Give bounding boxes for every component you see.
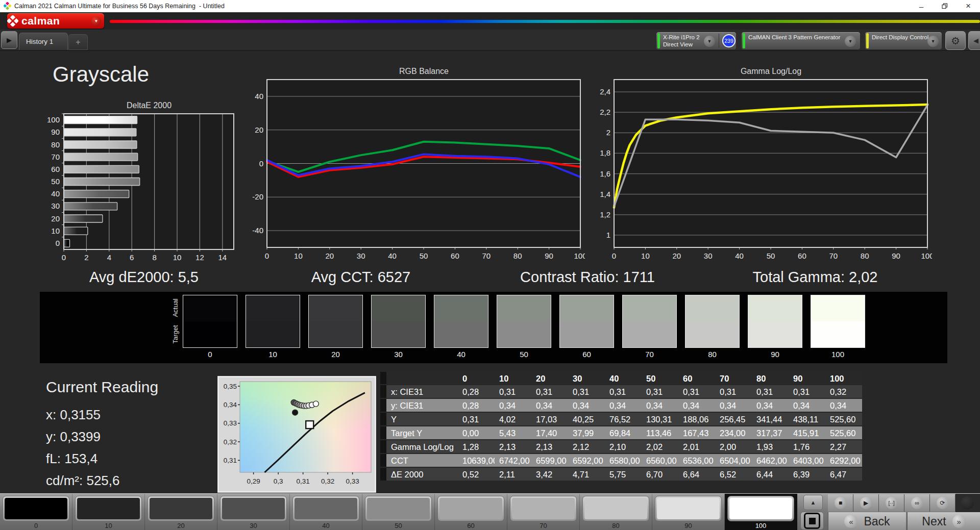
next-button[interactable]: Next » xyxy=(907,512,980,530)
svg-text:1,6: 1,6 xyxy=(600,169,610,178)
pattern-window-button[interactable] xyxy=(800,512,824,530)
contrast-ratio-stat: Contrast Ratio: 1711 xyxy=(520,269,655,286)
deltae-bar-30 xyxy=(64,203,117,210)
chevron-down-icon[interactable]: ▼ xyxy=(704,36,715,47)
grayscale-swatch-40 xyxy=(434,295,488,348)
svg-text:60: 60 xyxy=(451,251,459,260)
pattern-swatch xyxy=(512,498,575,519)
pattern-button-50[interactable]: 50 xyxy=(362,494,435,530)
table-row-label: Y xyxy=(386,413,458,426)
total-gamma-stat: Total Gamma: 2,02 xyxy=(753,269,878,286)
pattern-generator-dropdown[interactable]: CalMAN Client 3 Pattern Generator ▼ xyxy=(741,32,861,50)
calman-menu-button[interactable]: calman ▼ xyxy=(7,13,104,29)
display-control-dropdown[interactable]: Direct Display Control ▼ xyxy=(865,32,942,50)
grayscale-swatch-90 xyxy=(748,295,802,348)
pattern-button-90[interactable]: 90 xyxy=(652,494,725,530)
table-cell: 525,60 xyxy=(825,426,862,440)
close-button[interactable]: × xyxy=(957,0,980,12)
next-chevrons-icon: » xyxy=(952,515,966,528)
svg-text:30: 30 xyxy=(51,201,60,210)
gamma-plot: 2,42,221,81,61,41,2101020304050607080901… xyxy=(587,78,932,264)
table-row-label: Target Y xyxy=(386,426,458,440)
loop-button[interactable]: ∞ xyxy=(904,494,930,512)
svg-text:0,33: 0,33 xyxy=(224,419,237,427)
table-cell: 6,52 xyxy=(715,468,752,482)
layout-nav-button[interactable]: ▶ xyxy=(1,31,17,49)
deltae-bar-50 xyxy=(64,178,140,186)
pattern-panel-up-button[interactable]: ▲ xyxy=(803,495,823,510)
svg-text:0: 0 xyxy=(265,251,269,260)
pattern-bar: 1009080706050403020100 ▲ ■▶[··]∞⟳ « Back… xyxy=(0,493,980,530)
pattern-button-0[interactable]: 0 xyxy=(0,494,72,530)
pattern-button-20[interactable]: 20 xyxy=(145,494,217,530)
refresh-button[interactable]: ⟳ xyxy=(930,494,955,512)
settings-button[interactable]: ⚙ xyxy=(945,31,966,50)
calman-diamond-icon xyxy=(7,15,18,27)
pattern-button-40[interactable]: 40 xyxy=(290,494,362,530)
svg-text:0,34: 0,34 xyxy=(224,401,237,409)
table-cell: 0,34 xyxy=(605,399,642,413)
table-cell: 6462,00 xyxy=(752,454,789,468)
stop-button[interactable]: ■ xyxy=(828,494,853,512)
svg-text:0,29: 0,29 xyxy=(247,477,260,485)
step-button[interactable]: [··] xyxy=(879,494,904,512)
gamma-chart-title: Gamma Log/Log xyxy=(614,67,928,77)
deltae-bar-0 xyxy=(64,239,70,247)
meter-dropdown[interactable]: X-Rite i1Pro 2 Direct View ▼ 239 xyxy=(656,32,737,50)
target-swatch xyxy=(560,321,614,347)
minimize-button[interactable]: – xyxy=(910,0,933,12)
target-swatch xyxy=(183,321,237,347)
svg-text:40: 40 xyxy=(255,92,263,100)
svg-text:-20: -20 xyxy=(252,192,263,201)
pattern-level-label: 20 xyxy=(145,522,217,529)
actual-row-label: Actual xyxy=(172,293,179,323)
pattern-button-30[interactable]: 30 xyxy=(217,494,290,530)
table-cell: 0,31 xyxy=(642,385,678,399)
table-cell: 5,75 xyxy=(605,468,642,482)
chevron-down-icon[interactable]: ▼ xyxy=(845,36,856,47)
table-header-cell: 90 xyxy=(789,372,825,385)
table-header-cell: 80 xyxy=(752,372,789,385)
svg-text:2,2: 2,2 xyxy=(600,108,610,116)
collapse-panel-button[interactable]: ◀ xyxy=(968,31,980,50)
svg-text:10: 10 xyxy=(173,253,182,262)
restore-button[interactable] xyxy=(933,0,957,12)
table-cell: 525,60 xyxy=(825,413,862,426)
back-button[interactable]: « Back xyxy=(828,512,906,530)
svg-text:40: 40 xyxy=(388,251,397,260)
titlebar: Calman 2021 Calman Ultimate for Business… xyxy=(0,0,980,12)
play-button[interactable]: ▶ xyxy=(853,494,879,512)
calman-menu-chevron-icon[interactable]: ▼ xyxy=(91,16,101,26)
pattern-button-100[interactable]: 100 xyxy=(725,494,797,530)
tab-history-1[interactable]: History 1 xyxy=(19,33,68,50)
svg-text:10: 10 xyxy=(641,251,650,260)
table-cell: 167,43 xyxy=(678,426,715,440)
actual-swatch xyxy=(372,295,425,321)
svg-text:2: 2 xyxy=(606,128,610,137)
svg-text:2: 2 xyxy=(84,253,88,262)
measurement-table: 0102030405060708090100x: CIE310,280,310,… xyxy=(380,372,862,482)
table-cell: 0,31 xyxy=(752,385,789,399)
pattern-swatch xyxy=(729,498,792,519)
actual-swatch xyxy=(183,295,237,321)
meter-name: X-Rite i1Pro 2 xyxy=(663,34,700,41)
table-cell: 6580,00 xyxy=(605,454,642,468)
pattern-button-70[interactable]: 70 xyxy=(507,494,580,530)
swatch-level-label: 10 xyxy=(246,350,300,359)
pattern-button-80[interactable]: 80 xyxy=(580,494,652,530)
add-tab-button[interactable]: + xyxy=(68,34,88,50)
table-cell: 0,31 xyxy=(495,385,531,399)
table-cell: 6,47 xyxy=(825,468,862,482)
swatch-level-label: 20 xyxy=(308,350,363,359)
table-row-label: ΔE 2000 xyxy=(386,468,458,482)
actual-swatch xyxy=(685,295,739,321)
svg-text:90: 90 xyxy=(545,251,553,260)
table-cell: 0,31 xyxy=(789,385,825,399)
current-reading-x: x: 0,3155 xyxy=(46,407,101,423)
pattern-swatch xyxy=(584,498,647,519)
pattern-button-10[interactable]: 10 xyxy=(72,494,145,530)
pattern-button-60[interactable]: 60 xyxy=(435,494,507,530)
meter-count-badge[interactable]: 239 xyxy=(722,34,736,47)
chevron-down-icon[interactable]: ▼ xyxy=(927,36,939,47)
calman-logo-text: calman xyxy=(21,15,60,27)
